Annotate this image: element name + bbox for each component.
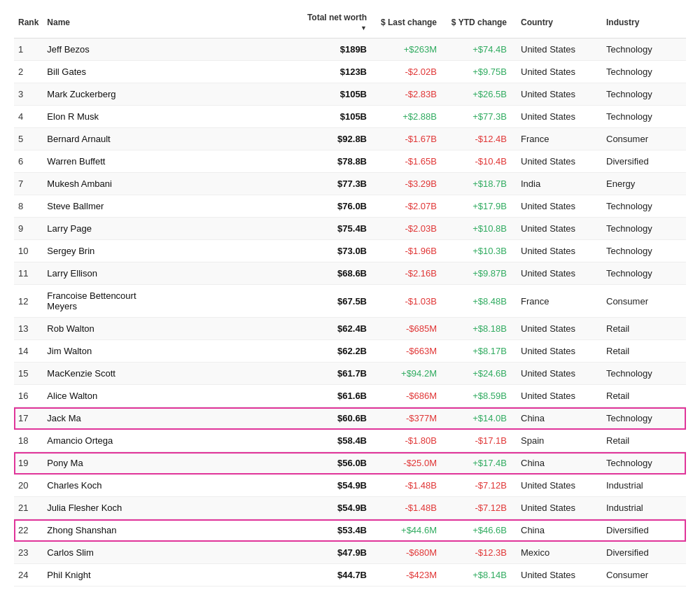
table-row: 7 Mukesh Ambani $77.3B -$3.29B +$18.7B I… <box>14 173 686 195</box>
table-row: 24 Phil Knight $44.7B -$423M +$8.14B Uni… <box>14 564 686 587</box>
col-rank: Rank <box>14 7 43 38</box>
cell-name: Elon R Musk <box>43 106 294 128</box>
cell-rank: 13 <box>14 318 43 340</box>
cell-country: China <box>511 519 602 542</box>
cell-net-worth: $61.7B <box>294 363 371 385</box>
cell-ytd-change: +$10.3B <box>441 240 511 262</box>
cell-name: Larry Ellison <box>43 262 294 285</box>
cell-country: United States <box>511 475 602 497</box>
cell-rank: 21 <box>14 497 43 519</box>
cell-industry: Technology <box>602 106 686 128</box>
cell-industry: Technology <box>602 240 686 262</box>
cell-rank: 24 <box>14 564 43 587</box>
cell-net-worth: $53.4B <box>294 519 371 542</box>
cell-industry: Retail <box>602 385 686 407</box>
cell-net-worth: $78.8B <box>294 150 371 173</box>
table-row: 10 Sergey Brin $73.0B -$1.96B +$10.3B Un… <box>14 240 686 262</box>
cell-ytd-change: +$17.9B <box>441 195 511 218</box>
table-row: 1 Jeff Bezos $189B +$263M +$74.4B United… <box>14 38 686 61</box>
cell-last-change: +$44.6M <box>371 519 441 542</box>
cell-name: Mark Zuckerberg <box>43 83 294 106</box>
cell-country: India <box>511 173 602 195</box>
table-header: Rank Name Total net worth ▼ $ Last chang… <box>14 7 686 38</box>
cell-name: Alice Walton <box>43 385 294 407</box>
cell-last-change: -$2.02B <box>371 61 441 83</box>
cell-name: Amancio Ortega <box>43 430 294 452</box>
cell-net-worth: $123B <box>294 61 371 83</box>
table-row: 22 Zhong Shanshan $53.4B +$44.6M +$46.6B… <box>14 519 686 542</box>
cell-net-worth: $56.0B <box>294 452 371 475</box>
table-row: 20 Charles Koch $54.9B -$1.48B -$7.12B U… <box>14 475 686 497</box>
cell-last-change: -$2.16B <box>371 262 441 285</box>
cell-industry: Retail <box>602 318 686 340</box>
cell-net-worth: $67.5B <box>294 285 371 318</box>
cell-rank: 9 <box>14 218 43 240</box>
cell-name: Jeff Bezos <box>43 38 294 61</box>
cell-country: United States <box>511 340 602 363</box>
cell-industry: Industrial <box>602 497 686 519</box>
cell-name: Rob Walton <box>43 318 294 340</box>
cell-net-worth: $61.6B <box>294 385 371 407</box>
cell-country: United States <box>511 385 602 407</box>
cell-last-change: +$263M <box>371 38 441 61</box>
table-row: 6 Warren Buffett $78.8B -$1.65B -$10.4B … <box>14 150 686 173</box>
col-net-worth[interactable]: Total net worth ▼ <box>294 7 371 38</box>
cell-name: Warren Buffett <box>43 150 294 173</box>
cell-name: Larry Page <box>43 218 294 240</box>
cell-industry: Technology <box>602 407 686 430</box>
table-row: 11 Larry Ellison $68.6B -$2.16B +$9.87B … <box>14 262 686 285</box>
table-row: 19 Pony Ma $56.0B -$25.0M +$17.4B China … <box>14 452 686 475</box>
cell-country: United States <box>511 318 602 340</box>
cell-country: United States <box>511 363 602 385</box>
cell-ytd-change: +$8.18B <box>441 318 511 340</box>
cell-last-change: -$1.48B <box>371 475 441 497</box>
cell-ytd-change: +$26.5B <box>441 83 511 106</box>
cell-rank: 15 <box>14 363 43 385</box>
cell-ytd-change: -$12.4B <box>441 128 511 150</box>
cell-ytd-change: +$17.4B <box>441 452 511 475</box>
cell-net-worth: $68.6B <box>294 262 371 285</box>
cell-rank: 20 <box>14 475 43 497</box>
cell-last-change: -$2.07B <box>371 195 441 218</box>
cell-industry: Consumer <box>602 564 686 587</box>
cell-industry: Consumer <box>602 285 686 318</box>
cell-last-change: -$1.03B <box>371 285 441 318</box>
table-body: 1 Jeff Bezos $189B +$263M +$74.4B United… <box>14 38 686 587</box>
cell-industry: Technology <box>602 195 686 218</box>
table-row: 8 Steve Ballmer $76.0B -$2.07B +$17.9B U… <box>14 195 686 218</box>
cell-rank: 22 <box>14 519 43 542</box>
cell-country: Spain <box>511 430 602 452</box>
cell-ytd-change: +$24.6B <box>441 363 511 385</box>
table-row: 21 Julia Flesher Koch $54.9B -$1.48B -$7… <box>14 497 686 519</box>
cell-net-worth: $92.8B <box>294 128 371 150</box>
sort-indicator: ▼ <box>360 24 367 31</box>
cell-industry: Technology <box>602 61 686 83</box>
cell-ytd-change: +$74.4B <box>441 38 511 61</box>
cell-country: France <box>511 285 602 318</box>
cell-last-change: -$3.29B <box>371 173 441 195</box>
cell-rank: 19 <box>14 452 43 475</box>
cell-ytd-change: +$8.48B <box>441 285 511 318</box>
cell-name: Sergey Brin <box>43 240 294 262</box>
cell-industry: Retail <box>602 340 686 363</box>
cell-net-worth: $105B <box>294 83 371 106</box>
col-last-change: $ Last change <box>371 7 441 38</box>
cell-last-change: -$680M <box>371 542 441 564</box>
cell-ytd-change: +$14.0B <box>441 407 511 430</box>
cell-last-change: -$377M <box>371 407 441 430</box>
cell-last-change: -$663M <box>371 340 441 363</box>
cell-rank: 8 <box>14 195 43 218</box>
cell-ytd-change: +$8.14B <box>441 564 511 587</box>
cell-ytd-change: +$18.7B <box>441 173 511 195</box>
cell-industry: Diversified <box>602 519 686 542</box>
cell-ytd-change: -$10.4B <box>441 150 511 173</box>
cell-ytd-change: -$12.3B <box>441 542 511 564</box>
cell-ytd-change: +$77.3B <box>441 106 511 128</box>
cell-country: United States <box>511 218 602 240</box>
cell-name: Phil Knight <box>43 564 294 587</box>
cell-rank: 23 <box>14 542 43 564</box>
cell-rank: 1 <box>14 38 43 61</box>
cell-last-change: -$1.65B <box>371 150 441 173</box>
cell-rank: 17 <box>14 407 43 430</box>
cell-net-worth: $60.6B <box>294 407 371 430</box>
